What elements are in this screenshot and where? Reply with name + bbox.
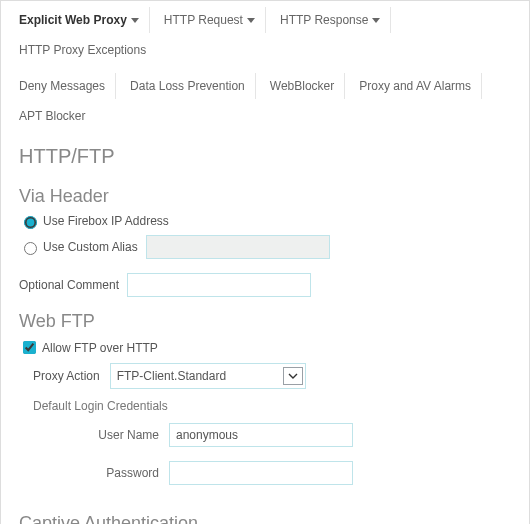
input-custom-alias[interactable] (146, 235, 330, 259)
tab-label: Data Loss Prevention (130, 79, 245, 93)
tab-label: WebBlocker (270, 79, 334, 93)
select-proxy-action[interactable]: FTP-Client.Standard (110, 363, 306, 389)
label-password: Password (19, 466, 169, 480)
tab-label: Proxy and AV Alarms (359, 79, 471, 93)
row-use-custom-alias: Use Custom Alias (19, 235, 511, 259)
row-proxy-action: Proxy Action FTP-Client.Standard (19, 363, 511, 389)
row-optional-comment: Optional Comment (19, 273, 511, 297)
label-proxy-action: Proxy Action (33, 369, 100, 383)
section-captive-auth: Captive Authentication (19, 513, 511, 524)
row-allow-ftp: Allow FTP over HTTP (19, 338, 511, 357)
input-password[interactable] (169, 461, 353, 485)
label-default-login: Default Login Credentials (19, 399, 511, 413)
tab-label: APT Blocker (19, 109, 85, 123)
label-optional-comment: Optional Comment (19, 278, 119, 292)
row-user-name: User Name (19, 423, 511, 447)
label-allow-ftp: Allow FTP over HTTP (42, 341, 158, 355)
tab-explicit-web-proxy[interactable]: Explicit Web Proxy (9, 7, 150, 33)
caret-down-icon (372, 18, 380, 23)
radio-use-custom-alias[interactable] (24, 242, 37, 255)
tab-label: Deny Messages (19, 79, 105, 93)
page-title: HTTP/FTP (19, 145, 511, 168)
section-via-header: Via Header (19, 186, 511, 207)
label-use-custom-alias: Use Custom Alias (43, 240, 138, 254)
tab-proxy-av-alarms[interactable]: Proxy and AV Alarms (349, 73, 482, 99)
content: HTTP/FTP Via Header Use Firebox IP Addre… (1, 133, 529, 524)
section-web-ftp: Web FTP (19, 311, 511, 332)
row-password: Password (19, 461, 511, 485)
tab-label: HTTP Proxy Exceptions (19, 43, 146, 57)
caret-down-icon (247, 18, 255, 23)
radio-use-firebox-ip[interactable] (24, 216, 37, 229)
tab-dlp[interactable]: Data Loss Prevention (120, 73, 256, 99)
chevron-down-icon (283, 367, 303, 385)
tab-label: Explicit Web Proxy (19, 13, 127, 27)
config-panel: Explicit Web Proxy HTTP Request HTTP Res… (0, 0, 530, 524)
input-user-name[interactable] (169, 423, 353, 447)
select-value: FTP-Client.Standard (117, 369, 226, 383)
tab-http-proxy-exceptions[interactable]: HTTP Proxy Exceptions (9, 37, 156, 63)
row-use-firebox-ip: Use Firebox IP Address (19, 213, 511, 229)
tabs-row-1: Explicit Web Proxy HTTP Request HTTP Res… (1, 1, 529, 67)
tab-label: HTTP Response (280, 13, 368, 27)
tab-http-response[interactable]: HTTP Response (270, 7, 391, 33)
tab-label: HTTP Request (164, 13, 243, 27)
tab-apt-blocker[interactable]: APT Blocker (9, 103, 95, 129)
input-optional-comment[interactable] (127, 273, 311, 297)
tab-deny-messages[interactable]: Deny Messages (9, 73, 116, 99)
checkbox-allow-ftp[interactable] (23, 341, 36, 354)
tab-webblocker[interactable]: WebBlocker (260, 73, 345, 99)
label-use-firebox-ip: Use Firebox IP Address (43, 214, 169, 228)
caret-down-icon (131, 18, 139, 23)
tab-http-request[interactable]: HTTP Request (154, 7, 266, 33)
tabs-row-2: Deny Messages Data Loss Prevention WebBl… (1, 67, 529, 133)
label-user-name: User Name (19, 428, 169, 442)
